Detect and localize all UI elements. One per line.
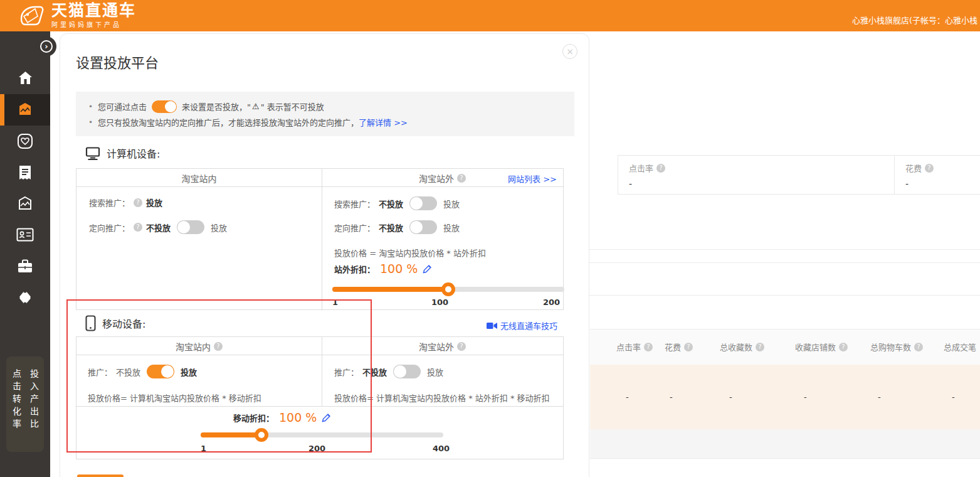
col-header: 花费	[665, 341, 681, 353]
notice-box: • 您可通过点击 来设置是否投放，" ⚠ " 表示暂不可投放 • 您只有投放淘宝…	[76, 92, 574, 136]
edit-pencil-icon[interactable]	[322, 413, 331, 422]
mobile-section-title: 移动设备:	[102, 316, 145, 331]
mobile-in-promo-toggle[interactable]	[147, 365, 174, 378]
cell-value: -	[952, 392, 955, 402]
mobile-out-promo-toggle[interactable]	[393, 365, 421, 378]
notice-text: 来设置是否投放，"	[182, 100, 251, 112]
cell-value: -	[670, 392, 673, 402]
slider-handle[interactable]	[441, 282, 455, 296]
computer-section-title: 计算机设备:	[107, 146, 160, 161]
help-icon[interactable]: ?	[656, 164, 665, 173]
toggle-knob	[410, 221, 423, 233]
sidebar-item-accounts[interactable]	[0, 222, 50, 247]
col-header: 总成交笔	[944, 341, 976, 353]
toggle-knob	[177, 221, 190, 233]
sidebar-item-gem[interactable]	[0, 285, 50, 310]
computer-icon	[85, 147, 100, 160]
mobile-platform-table: 淘宝站内? 淘宝站外? 推广： 不投放 投放 推广： 不投放 投放 投放价格= …	[76, 336, 564, 459]
sidebar-item-favorites[interactable]	[0, 129, 50, 154]
sidebar-item-reports[interactable]	[0, 160, 50, 185]
id-card-icon	[16, 228, 34, 242]
bullet-icon: •	[88, 118, 93, 127]
promo-label: 推广：	[334, 366, 359, 378]
slider-scale-max: 200	[543, 297, 560, 307]
search-promo-toggle[interactable]	[409, 196, 437, 210]
promo-label: 推广：	[88, 366, 112, 378]
metric-click-conversion: 点击转化率	[10, 369, 23, 452]
sidebar-item-home[interactable]	[0, 65, 50, 90]
logo-subtitle: 阿里妈妈旗下产品	[51, 19, 136, 29]
sidebar-item-campaign-active[interactable]	[0, 94, 50, 126]
search-promo-status: 不投放	[379, 198, 403, 210]
gem-icon	[16, 289, 34, 306]
bullet-icon: •	[88, 102, 93, 111]
help-icon[interactable]: ?	[644, 343, 653, 351]
slider-scale-min: 1	[332, 297, 338, 307]
help-icon[interactable]: ?	[214, 342, 223, 351]
toggle-knob	[161, 365, 174, 378]
promo-off-label: 不投放	[116, 366, 140, 378]
site-list-link[interactable]: 网站列表 >>	[508, 173, 557, 185]
target-promo-toggle[interactable]	[409, 220, 437, 234]
stats-summary-row: 点击率? - 花费? -	[618, 155, 980, 195]
mobile-out-price-formula: 投放价格= 计算机淘宝站内投放价格 * 站外折扣 * 移动折扣	[334, 392, 550, 404]
receipt-icon	[18, 164, 32, 181]
col-taobao-out: 淘宝站外	[419, 172, 454, 185]
mobile-in-price-formula: 投放价格= 计算机淘宝站内投放价格 * 移动折扣	[88, 392, 261, 404]
modal-title: 设置投放平台	[76, 51, 159, 72]
help-icon[interactable]: ?	[457, 174, 466, 183]
toggle-on-label: 投放	[211, 222, 227, 233]
mobile-table-header: 淘宝站内? 淘宝站外?	[76, 337, 563, 355]
help-icon[interactable]: ?	[684, 343, 693, 351]
mobile-discount-value: 100 %	[279, 410, 317, 424]
cell-value: -	[878, 392, 881, 402]
outer-discount-label: 站外折扣：	[334, 263, 375, 275]
outer-discount-value: 100 %	[380, 262, 418, 276]
slider-scale-mid: 100	[431, 297, 448, 307]
learn-more-link[interactable]: 了解详情 >>	[359, 116, 408, 128]
slider-handle[interactable]	[255, 428, 268, 442]
divider	[589, 262, 980, 263]
help-icon[interactable]: ?	[839, 343, 848, 351]
promo-off-status: 不投放	[362, 366, 387, 378]
confirm-button[interactable]	[77, 474, 124, 477]
toggle-knob	[394, 365, 406, 378]
sidebar-expand-button[interactable]: ›	[36, 36, 56, 56]
col-taobao-in: 淘宝站内	[182, 172, 217, 185]
col-header: 总购物车数	[870, 341, 911, 353]
outer-discount-slider[interactable]	[332, 287, 564, 292]
help-icon[interactable]: ?	[134, 198, 142, 207]
notice-text: " 表示暂不可投放	[261, 100, 324, 112]
account-name[interactable]: 心雅小栈旗舰店(子帐号：心雅小栈	[852, 14, 977, 26]
cell-value: -	[626, 392, 629, 402]
wireless-tips-link[interactable]: 无线直通车技巧	[487, 319, 557, 331]
train-logo-icon	[19, 4, 45, 28]
search-promo-label: 搜索推广：	[334, 198, 375, 210]
notice-text: 您可通过点击	[98, 100, 147, 112]
sidebar-item-tools[interactable]	[0, 254, 50, 279]
mobile-discount-slider[interactable]	[201, 432, 443, 437]
cell-value: -	[804, 392, 807, 402]
help-icon[interactable]: ?	[457, 342, 466, 351]
sidebar-item-creatives[interactable]	[0, 191, 50, 217]
edit-pencil-icon[interactable]	[423, 264, 432, 274]
help-icon[interactable]: ?	[756, 343, 764, 351]
help-icon[interactable]: ?	[925, 164, 934, 173]
stat-cost-cell: 花费? -	[894, 156, 980, 194]
divider	[589, 249, 980, 250]
app-logo[interactable]: 天猫直通车 阿里妈妈旗下产品	[19, 3, 136, 29]
sidebar-metrics-panel[interactable]: 点击转化率 投入产出比	[6, 356, 44, 452]
close-icon[interactable]: ×	[562, 44, 577, 59]
promo-on-status: 投放	[181, 366, 197, 378]
computer-table-header: 淘宝站内 淘宝站外? 网站列表 >>	[76, 169, 563, 187]
divider	[589, 295, 980, 296]
slider-scale-mid: 200	[308, 444, 325, 453]
metric-roi: 投入产出比	[28, 369, 40, 452]
notice-text: 您只有投放淘宝站内的定向推广后，才能选择投放淘宝站外的定向推广，	[98, 116, 359, 128]
computer-platform-table: 淘宝站内 淘宝站外? 网站列表 >> 搜索推广： ? 投放 定向推广： ? 不投…	[76, 168, 564, 310]
help-icon[interactable]: ?	[914, 343, 923, 351]
help-icon[interactable]: ?	[134, 223, 142, 232]
target-promo-label: 定向推广：	[89, 222, 130, 233]
target-promo-toggle[interactable]	[177, 220, 204, 234]
col-taobao-out: 淘宝站外	[419, 340, 454, 353]
